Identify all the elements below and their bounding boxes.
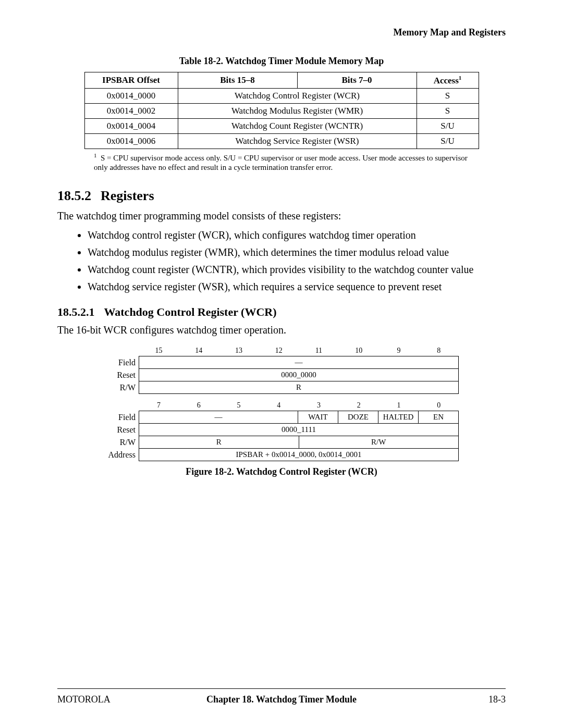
bit-number: 12 [259, 347, 299, 356]
cell-access: S/U [417, 133, 479, 149]
cell-offset: 0x0014_0002 [84, 103, 178, 118]
footer-right: 18-3 [488, 694, 506, 705]
bit-number: 8 [419, 347, 459, 356]
table-row: 0x0014_0006 Watchdog Service Register (W… [84, 133, 479, 149]
th-bits-hi: Bits 15–8 [178, 72, 297, 89]
cell-access: S [417, 88, 479, 103]
field-hi: — [139, 356, 459, 369]
th-access-footnote: 1 [459, 75, 462, 81]
list-item: Watchdog count register (WCNTR), which p… [88, 263, 506, 277]
bit-number: 4 [259, 401, 299, 411]
th-offset: IPSBAR Offset [84, 72, 178, 89]
bit-number: 13 [219, 347, 259, 356]
bit-number: 10 [339, 347, 379, 356]
section-title: Registers [101, 188, 154, 203]
cell-desc: Watchdog Service Register (WSR) [178, 133, 417, 149]
th-access: Access1 [417, 72, 479, 89]
reset-lo: 0000_1111 [139, 424, 459, 436]
page: Memory Map and Registers Table 18-2. Wat… [0, 0, 563, 728]
table-row: 0x0014_0004 Watchdog Count Register (WCN… [84, 118, 479, 133]
row-label-reset: Reset [104, 369, 139, 381]
list-item: Watchdog control register (WCR), which c… [88, 228, 506, 242]
figure-caption: Figure 18-2. Watchdog Control Register (… [57, 466, 506, 477]
running-head: Memory Map and Registers [57, 27, 506, 38]
bit-number: 3 [299, 401, 339, 411]
row-label-reset: Reset [104, 424, 139, 436]
row-label-field: Field [104, 356, 139, 369]
bit-number: 1 [379, 401, 419, 411]
bit-number: 7 [139, 401, 179, 411]
field-lo-bit2: DOZE [338, 411, 378, 424]
section-number: 18.5.2 [57, 188, 91, 203]
register-address: IPSBAR + 0x0014_0000, 0x0014_0001 [139, 449, 459, 461]
bit-number: 11 [299, 347, 339, 356]
th-access-label: Access [434, 76, 459, 85]
bit-numbers-hi: 15 14 13 12 11 10 9 8 [139, 347, 459, 356]
list-item: Watchdog modulus register (WMR), which d… [88, 245, 506, 260]
bit-number: 15 [139, 347, 179, 356]
cell-offset: 0x0014_0004 [84, 118, 178, 133]
rw-lo-right: R/W [299, 436, 459, 449]
bit-number: 9 [379, 347, 419, 356]
memory-map-table: IPSBAR Offset Bits 15–8 Bits 7–0 Access1… [84, 72, 479, 149]
register-figure: 15 14 13 12 11 10 9 8 Field — Reset 0000… [104, 347, 459, 461]
cell-desc: Watchdog Count Register (WCNTR) [178, 118, 417, 133]
bit-number: 0 [419, 401, 459, 411]
rw-hi: R [139, 381, 459, 394]
table-row: 0x0014_0002 Watchdog Modulus Register (W… [84, 103, 479, 118]
cell-access: S/U [417, 118, 479, 133]
table-header-row: IPSBAR Offset Bits 15–8 Bits 7–0 Access1 [84, 72, 479, 89]
field-lo-bit3: WAIT [298, 411, 338, 424]
subsection-intro: The 16-bit WCR configures watchdog timer… [57, 323, 506, 337]
footer-center: Chapter 18. Watchdog Timer Module [57, 694, 506, 705]
footnote-text: S = CPU supervisor mode access only. S/U… [94, 154, 468, 172]
bit-number: 6 [179, 401, 219, 411]
cell-desc: Watchdog Modulus Register (WMR) [178, 103, 417, 118]
row-label-field: Field [104, 411, 139, 424]
rw-lo-left: R [139, 436, 299, 449]
section-heading: 18.5.2Registers [57, 188, 506, 204]
field-lo-reserved: — [139, 411, 298, 424]
list-item: Watchdog service register (WSR), which r… [88, 280, 506, 294]
footer-left: MOTOROLA [57, 694, 111, 705]
page-footer: Chapter 18. Watchdog Timer Module MOTORO… [57, 688, 506, 705]
subsection-number: 18.5.2.1 [57, 305, 95, 318]
field-lo-bit1: HALTED [378, 411, 419, 424]
cell-offset: 0x0014_0006 [84, 133, 178, 149]
register-list: Watchdog control register (WCR), which c… [73, 228, 506, 294]
cell-offset: 0x0014_0000 [84, 88, 178, 103]
row-label-address: Address [104, 449, 139, 461]
field-lo-bit0: EN [419, 411, 459, 424]
reset-hi: 0000_0000 [139, 369, 459, 381]
table-footnote: 1 S = CPU supervisor mode access only. S… [94, 152, 469, 173]
cell-access: S [417, 103, 479, 118]
table-caption: Table 18-2. Watchdog Timer Module Memory… [57, 56, 506, 67]
bit-numbers-lo: 7 6 5 4 3 2 1 0 [139, 401, 459, 411]
bit-number: 2 [339, 401, 379, 411]
table-row: 0x0014_0000 Watchdog Control Register (W… [84, 88, 479, 103]
section-intro: The watchdog timer programming model con… [57, 209, 506, 223]
bit-number: 5 [219, 401, 259, 411]
subsection-title: Watchdog Control Register (WCR) [104, 305, 277, 318]
cell-desc: Watchdog Control Register (WCR) [178, 88, 417, 103]
row-label-rw: R/W [104, 436, 139, 449]
th-bits-lo: Bits 7–0 [297, 72, 417, 89]
bit-number: 14 [179, 347, 219, 356]
footnote-marker: 1 [94, 152, 97, 158]
row-label-rw: R/W [104, 381, 139, 394]
subsection-heading: 18.5.2.1Watchdog Control Register (WCR) [57, 305, 506, 319]
